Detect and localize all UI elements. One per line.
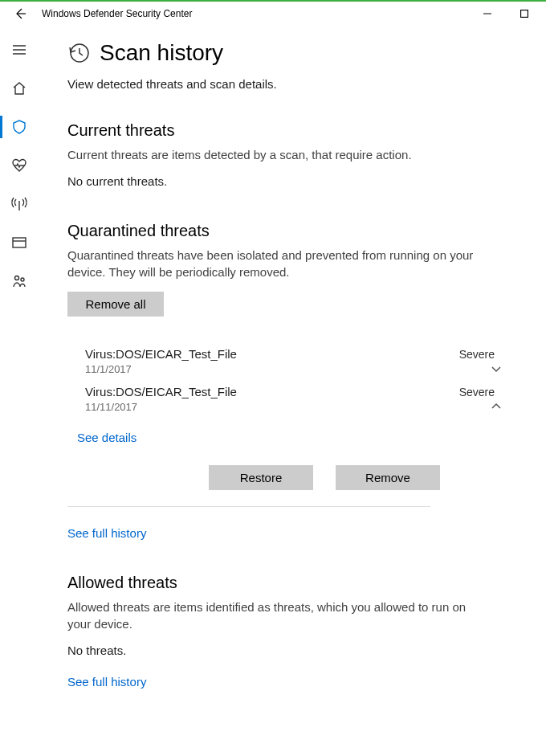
section-heading: Quarantined threats bbox=[67, 222, 517, 240]
page-header: Scan history bbox=[67, 40, 517, 66]
sidebar-item-family[interactable] bbox=[0, 262, 39, 300]
current-threats-section: Current threats Current threats are item… bbox=[67, 121, 517, 188]
remove-button[interactable]: Remove bbox=[336, 465, 440, 490]
maximize-icon bbox=[520, 10, 528, 18]
section-description: Current threats are items detected by a … bbox=[67, 146, 477, 163]
threat-severity: Severe bbox=[459, 348, 495, 361]
section-description: Allowed threats are items identified as … bbox=[67, 599, 477, 632]
threat-name: Virus:DOS/EICAR_Test_File bbox=[85, 347, 459, 361]
threat-item[interactable]: Virus:DOS/EICAR_Test_File Severe 11/11/2… bbox=[77, 380, 517, 418]
expand-toggle[interactable] bbox=[490, 362, 509, 375]
allowed-threats-status: No threats. bbox=[67, 644, 517, 657]
remove-all-button[interactable]: Remove all bbox=[67, 292, 164, 317]
family-icon bbox=[11, 273, 27, 289]
window-title: Windows Defender Security Center bbox=[37, 8, 192, 19]
history-icon bbox=[67, 42, 90, 64]
sidebar-item-virus-protection[interactable] bbox=[0, 108, 39, 146]
threat-severity: Severe bbox=[459, 386, 495, 398]
page-subtitle: View detected threats and scan details. bbox=[67, 77, 517, 91]
restore-button[interactable]: Restore bbox=[209, 465, 313, 490]
home-icon bbox=[11, 80, 27, 96]
antenna-icon bbox=[11, 196, 27, 212]
sidebar-item-firewall[interactable] bbox=[0, 185, 39, 223]
chevron-down-icon bbox=[490, 362, 503, 375]
menu-button[interactable] bbox=[0, 31, 39, 69]
svg-rect-1 bbox=[13, 238, 26, 247]
page-title: Scan history bbox=[100, 40, 223, 66]
current-threats-status: No current threats. bbox=[67, 174, 517, 188]
allowed-threats-section: Allowed threats Allowed threats are item… bbox=[67, 574, 517, 689]
heart-icon bbox=[11, 157, 27, 174]
minimize-button[interactable] bbox=[469, 2, 506, 26]
see-full-history-link[interactable]: See full history bbox=[67, 675, 146, 689]
minimize-icon bbox=[483, 10, 491, 18]
maximize-button[interactable] bbox=[506, 2, 543, 26]
svg-point-3 bbox=[21, 278, 24, 281]
back-button[interactable] bbox=[3, 2, 37, 26]
threat-date: 11/11/2017 bbox=[85, 401, 490, 413]
hamburger-icon bbox=[12, 43, 26, 57]
chevron-up-icon bbox=[490, 400, 503, 413]
window-icon bbox=[11, 235, 27, 251]
threat-name: Virus:DOS/EICAR_Test_File bbox=[85, 385, 459, 398]
threat-item[interactable]: Virus:DOS/EICAR_Test_File Severe 11/1/20… bbox=[77, 342, 517, 380]
sidebar-item-app-browser[interactable] bbox=[0, 223, 39, 262]
section-heading: Allowed threats bbox=[67, 574, 517, 592]
threat-date: 11/1/2017 bbox=[85, 363, 490, 375]
svg-point-2 bbox=[15, 276, 19, 280]
quarantined-threats-section: Quarantined threats Quarantined threats … bbox=[67, 222, 517, 540]
section-description: Quarantined threats have been isolated a… bbox=[67, 247, 477, 280]
threat-actions: Restore Remove bbox=[77, 444, 440, 503]
svg-rect-0 bbox=[521, 10, 528, 18]
see-details-link[interactable]: See details bbox=[77, 431, 136, 444]
sidebar bbox=[0, 26, 39, 754]
titlebar: Windows Defender Security Center bbox=[0, 2, 546, 26]
collapse-toggle[interactable] bbox=[490, 400, 509, 413]
divider bbox=[67, 506, 430, 507]
main-content: Scan history View detected threats and s… bbox=[39, 26, 546, 754]
section-heading: Current threats bbox=[67, 121, 517, 140]
threat-list: Virus:DOS/EICAR_Test_File Severe 11/1/20… bbox=[67, 342, 517, 418]
sidebar-item-home[interactable] bbox=[0, 69, 39, 108]
arrow-left-icon bbox=[14, 7, 26, 20]
shield-icon bbox=[11, 119, 27, 135]
see-full-history-link[interactable]: See full history bbox=[67, 526, 146, 540]
sidebar-item-device-health[interactable] bbox=[0, 146, 39, 185]
